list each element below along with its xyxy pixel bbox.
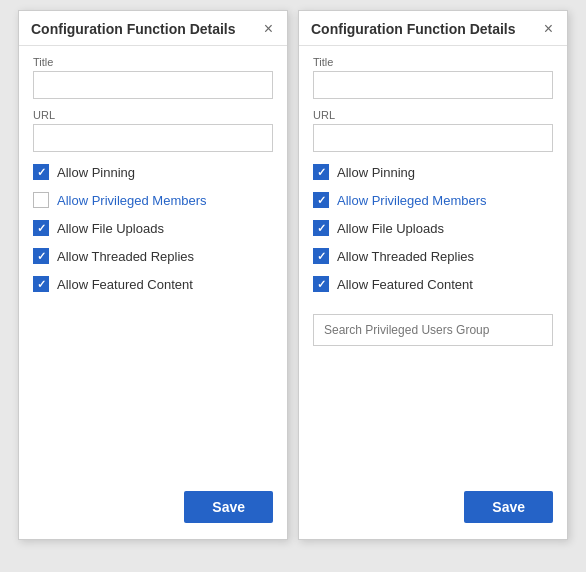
dialog-2-checkbox-allow-threaded[interactable]: Allow Threaded Replies	[313, 248, 553, 264]
dialog-2-title-group: Title	[313, 56, 553, 99]
dialog-1-checkbox-allow-pinning-label: Allow Pinning	[57, 165, 135, 180]
dialog-1-checkbox-allow-privileged[interactable]: Allow Privileged Members	[33, 192, 273, 208]
dialog-2: Configuration Function Details × Title U…	[298, 10, 568, 540]
dialog-2-url-label: URL	[313, 109, 553, 121]
dialog-1-footer: Save	[19, 481, 287, 523]
dialog-2-checkbox-allow-file-uploads[interactable]: Allow File Uploads	[313, 220, 553, 236]
dialog-2-checkbox-allow-featured[interactable]: Allow Featured Content	[313, 276, 553, 292]
dialog-1-checkbox-allow-file-uploads-label: Allow File Uploads	[57, 221, 164, 236]
dialog-1-checkbox-allow-threaded-box[interactable]	[33, 248, 49, 264]
dialog-1-checkbox-allow-pinning-box[interactable]	[33, 164, 49, 180]
dialog-1-checkbox-allow-pinning[interactable]: Allow Pinning	[33, 164, 273, 180]
dialog-1-header: Configuration Function Details ×	[19, 11, 287, 46]
dialog-2-checkbox-allow-privileged[interactable]: Allow Privileged Members	[313, 192, 553, 208]
dialog-2-checkbox-allow-featured-box[interactable]	[313, 276, 329, 292]
dialog-1-checkbox-allow-file-uploads[interactable]: Allow File Uploads	[33, 220, 273, 236]
dialog-2-title-input[interactable]	[313, 71, 553, 99]
dialog-1-body: Title URL Allow Pinning Allow Privileged…	[19, 46, 287, 481]
dialog-1-checkbox-allow-featured-box[interactable]	[33, 276, 49, 292]
dialog-2-url-group: URL	[313, 109, 553, 152]
dialog-2-checkbox-allow-featured-label: Allow Featured Content	[337, 277, 473, 292]
dialog-1-url-group: URL	[33, 109, 273, 152]
dialog-2-checkbox-allow-file-uploads-box[interactable]	[313, 220, 329, 236]
dialog-1-checkbox-allow-privileged-label: Allow Privileged Members	[57, 193, 207, 208]
dialog-1-checkbox-allow-threaded[interactable]: Allow Threaded Replies	[33, 248, 273, 264]
dialog-2-checkbox-allow-pinning[interactable]: Allow Pinning	[313, 164, 553, 180]
dialog-1-checkbox-allow-file-uploads-box[interactable]	[33, 220, 49, 236]
dialog-2-title-label: Title	[313, 56, 553, 68]
dialog-1-title-group: Title	[33, 56, 273, 99]
dialog-1-title-input[interactable]	[33, 71, 273, 99]
dialog-2-checkbox-allow-file-uploads-label: Allow File Uploads	[337, 221, 444, 236]
dialog-2-close-button[interactable]: ×	[542, 21, 555, 37]
dialog-2-title: Configuration Function Details	[311, 21, 516, 37]
dialog-2-checkbox-allow-threaded-box[interactable]	[313, 248, 329, 264]
dialog-2-checkbox-allow-privileged-box[interactable]	[313, 192, 329, 208]
dialog-2-checkbox-allow-pinning-box[interactable]	[313, 164, 329, 180]
dialog-1-close-button[interactable]: ×	[262, 21, 275, 37]
dialog-1-url-label: URL	[33, 109, 273, 121]
dialog-2-checkbox-allow-privileged-label: Allow Privileged Members	[337, 193, 487, 208]
dialog-1-checkbox-allow-featured[interactable]: Allow Featured Content	[33, 276, 273, 292]
dialog-2-header: Configuration Function Details ×	[299, 11, 567, 46]
search-privileged-users-input[interactable]	[313, 314, 553, 346]
dialog-2-checkbox-allow-threaded-label: Allow Threaded Replies	[337, 249, 474, 264]
dialog-1-checkbox-allow-featured-label: Allow Featured Content	[57, 277, 193, 292]
dialog-2-body: Title URL Allow Pinning Allow Privileged…	[299, 46, 567, 481]
dialog-1-title-label: Title	[33, 56, 273, 68]
dialog-1-title: Configuration Function Details	[31, 21, 236, 37]
dialog-1-checkbox-allow-privileged-box[interactable]	[33, 192, 49, 208]
dialog-1-url-input[interactable]	[33, 124, 273, 152]
dialog-2-checkbox-allow-pinning-label: Allow Pinning	[337, 165, 415, 180]
dialog-2-footer: Save	[299, 481, 567, 523]
dialog-2-save-button[interactable]: Save	[464, 491, 553, 523]
dialog-1-checkbox-allow-threaded-label: Allow Threaded Replies	[57, 249, 194, 264]
dialog-1: Configuration Function Details × Title U…	[18, 10, 288, 540]
dialog-1-save-button[interactable]: Save	[184, 491, 273, 523]
dialog-2-url-input[interactable]	[313, 124, 553, 152]
